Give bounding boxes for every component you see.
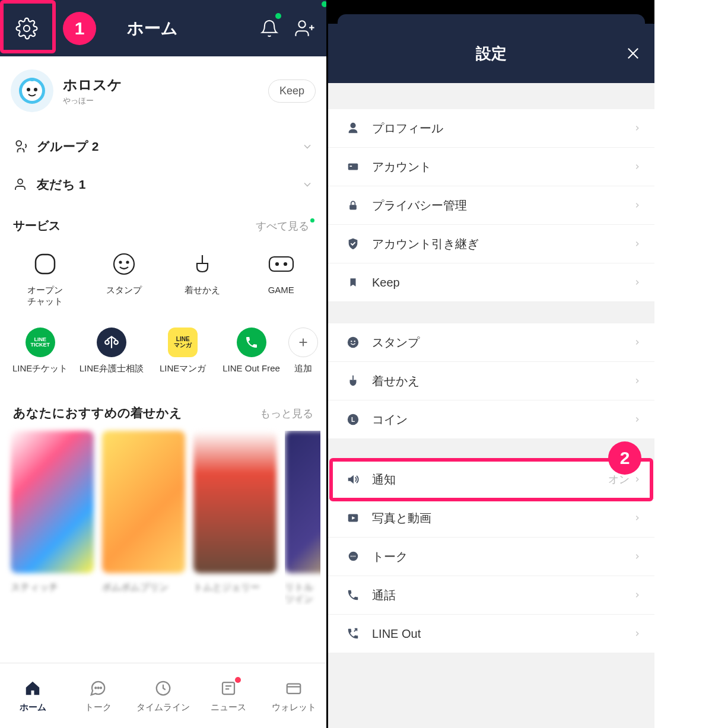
settings-stamp[interactable]: スタンプ: [328, 323, 654, 362]
settings-talk[interactable]: トーク: [328, 538, 654, 576]
svg-point-24: [100, 687, 101, 688]
service-add[interactable]: 追加: [285, 324, 320, 378]
friends-row[interactable]: 友だち 1: [0, 166, 326, 204]
service-line-out-free[interactable]: LINE Out Free: [217, 324, 285, 378]
phone-out-icon: [341, 627, 365, 640]
service-theme[interactable]: 着せかえ: [163, 246, 242, 311]
coin-icon: L: [341, 413, 365, 426]
settings-transfer[interactable]: アカウント引き継ぎ: [328, 225, 654, 263]
tab-wallet[interactable]: ウォレット: [261, 663, 326, 728]
sheet-peek: [338, 14, 645, 24]
settings-account[interactable]: アカウント: [328, 148, 654, 186]
svg-text:L: L: [351, 417, 355, 423]
home-title: ホーム: [53, 17, 252, 40]
gear-icon: [15, 17, 38, 40]
settings-notification[interactable]: 通知 オン: [328, 460, 654, 499]
tab-talk[interactable]: トーク: [65, 663, 131, 728]
home-header: ホーム: [0, 0, 326, 56]
keep-button[interactable]: Keep: [268, 80, 316, 103]
settings-coin[interactable]: L コイン: [328, 400, 654, 439]
service-label: LINE弁護士相談: [75, 363, 147, 374]
settings-label: プライバシー管理: [372, 198, 633, 214]
recommended-more-link[interactable]: もっと見る: [260, 406, 313, 421]
theme-thumb: [193, 431, 276, 573]
theme-item[interactable]: ポムポムプリン: [102, 431, 185, 605]
groups-label: グループ 2: [37, 138, 301, 155]
clock-icon: [153, 678, 173, 698]
settings-profile[interactable]: プロフィール: [328, 109, 654, 148]
brush-icon: [341, 374, 365, 388]
svg-point-6: [27, 88, 30, 91]
svg-point-0: [24, 25, 30, 31]
svg-point-17: [284, 263, 287, 265]
tab-home[interactable]: ホーム: [0, 663, 65, 728]
profile-section[interactable]: ホロスケ やっほー Keep: [0, 56, 326, 128]
settings-keep[interactable]: Keep: [328, 263, 654, 302]
settings-button[interactable]: [0, 2, 53, 55]
svg-point-13: [119, 262, 121, 263]
settings-title: 設定: [476, 43, 507, 64]
section-gap: [328, 302, 654, 323]
service-line-ticket[interactable]: LINETICKET LINEチケット: [6, 324, 74, 378]
theme-item[interactable]: スティッチ: [11, 431, 94, 605]
tab-news[interactable]: ニュース: [196, 663, 261, 728]
settings-label: Keep: [372, 276, 633, 290]
svg-point-12: [114, 254, 134, 274]
svg-point-44: [352, 556, 354, 557]
chevron-right-icon: [633, 630, 641, 638]
theme-thumb: [102, 431, 185, 573]
settings-photo-video[interactable]: 写真と動画: [328, 499, 654, 538]
group-icon: [13, 139, 31, 154]
add-person-icon: [295, 18, 315, 39]
settings-theme[interactable]: 着せかえ: [328, 362, 654, 400]
service-label: オープン チャット: [7, 285, 84, 307]
tab-timeline[interactable]: タイムライン: [131, 663, 196, 728]
add-friend-button[interactable]: [287, 0, 323, 56]
play-icon: [341, 511, 365, 524]
service-label: GAME: [243, 285, 320, 296]
service-openchat[interactable]: オープン チャット: [6, 246, 85, 311]
recommended-themes[interactable]: スティッチ ポムポムプリン トムとジェリー リトルツイン: [0, 431, 326, 605]
service-stamp[interactable]: スタンプ: [85, 246, 164, 311]
svg-point-19: [114, 340, 118, 344]
service-label: 着せかえ: [164, 285, 241, 296]
svg-point-23: [98, 687, 99, 688]
recommended-header: あなたにおすすめの着せかえ もっと見る: [0, 383, 326, 431]
theme-thumb: [285, 431, 320, 573]
settings-label: LINE Out: [372, 627, 633, 641]
close-button[interactable]: [625, 45, 641, 62]
service-label: 追加: [287, 363, 319, 374]
service-line-lawyer[interactable]: LINE弁護士相談: [74, 324, 148, 378]
svg-point-8: [29, 78, 35, 81]
settings-line-out[interactable]: LINE Out: [328, 615, 654, 653]
service-game[interactable]: GAME: [242, 246, 321, 311]
settings-pane: 設定 プロフィール アカウント プライバシー管理 アカウント引き継ぎ Keep …: [328, 0, 654, 728]
settings-label: スタンプ: [372, 335, 633, 351]
badge-dot-icon: [235, 677, 241, 683]
groups-row[interactable]: グループ 2: [0, 128, 326, 166]
close-icon: [625, 45, 641, 62]
chevron-right-icon: [633, 591, 641, 599]
line-manga-icon: LINEマンガ: [168, 328, 198, 357]
svg-point-43: [351, 556, 352, 557]
settings-privacy[interactable]: プライバシー管理: [328, 186, 654, 225]
wallet-icon: [284, 678, 304, 698]
svg-rect-11: [36, 255, 55, 274]
chevron-right-icon: [633, 552, 641, 561]
settings-label: 通知: [372, 472, 608, 488]
chevron-right-icon: [633, 240, 641, 248]
service-line-manga[interactable]: LINEマンガ LINEマンガ: [149, 324, 217, 378]
notifications-button[interactable]: [252, 0, 287, 56]
svg-point-37: [351, 341, 352, 342]
services-header: サービス すべて見る: [0, 204, 326, 242]
chevron-right-icon: [633, 124, 641, 132]
settings-label: コイン: [372, 412, 633, 428]
theme-item[interactable]: トムとジェリー: [193, 431, 276, 605]
chevron-down-icon: [301, 179, 313, 190]
settings-call[interactable]: 通話: [328, 576, 654, 615]
theme-item[interactable]: リトルツイン: [285, 431, 320, 605]
svg-point-45: [354, 556, 355, 557]
theme-caption: スティッチ: [11, 581, 94, 605]
services-more-link[interactable]: すべて見る: [256, 219, 309, 233]
recommended-title: あなたにおすすめの着せかえ: [13, 405, 260, 421]
